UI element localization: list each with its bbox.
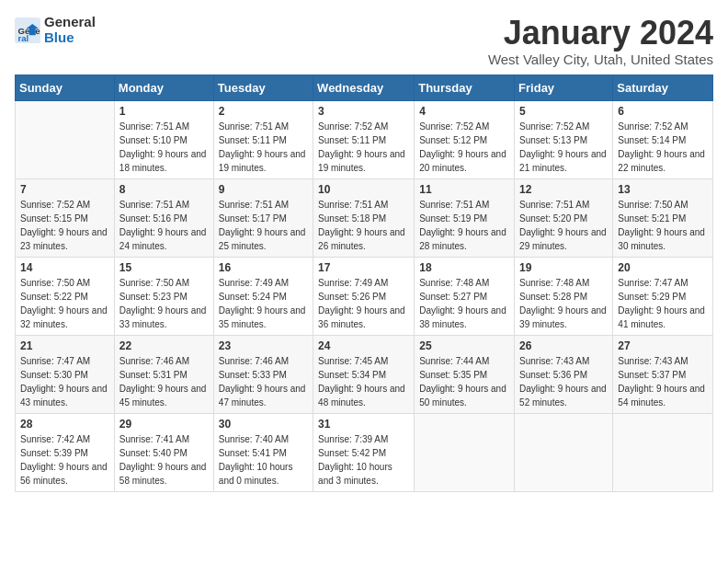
day-cell [16, 100, 115, 178]
day-info: Sunrise: 7:52 AMSunset: 5:15 PMDaylight:… [20, 198, 109, 253]
day-info: Sunrise: 7:47 AMSunset: 5:30 PMDaylight:… [20, 354, 109, 409]
logo-general: General [44, 14, 96, 29]
day-info: Sunrise: 7:49 AMSunset: 5:24 PMDaylight:… [219, 276, 308, 331]
day-number: 23 [219, 339, 308, 352]
day-number: 16 [219, 261, 308, 274]
day-cell: 15Sunrise: 7:50 AMSunset: 5:23 PMDayligh… [114, 257, 213, 335]
day-cell: 13Sunrise: 7:50 AMSunset: 5:21 PMDayligh… [613, 178, 713, 257]
svg-text:ral: ral [18, 33, 29, 43]
day-info: Sunrise: 7:52 AMSunset: 5:11 PMDaylight:… [318, 120, 409, 175]
day-cell: 5Sunrise: 7:52 AMSunset: 5:13 PMDaylight… [515, 100, 613, 178]
day-cell: 26Sunrise: 7:43 AMSunset: 5:36 PMDayligh… [515, 335, 613, 413]
day-cell [515, 413, 613, 491]
day-number: 9 [219, 183, 308, 196]
header-sunday: Sunday [16, 75, 115, 100]
header-friday: Friday [515, 75, 613, 100]
day-cell [613, 413, 713, 491]
day-info: Sunrise: 7:51 AMSunset: 5:11 PMDaylight:… [219, 120, 308, 175]
day-info: Sunrise: 7:50 AMSunset: 5:23 PMDaylight:… [119, 276, 209, 331]
day-number: 2 [219, 105, 308, 118]
day-info: Sunrise: 7:51 AMSunset: 5:16 PMDaylight:… [119, 198, 209, 253]
day-cell: 2Sunrise: 7:51 AMSunset: 5:11 PMDaylight… [213, 100, 313, 178]
day-info: Sunrise: 7:51 AMSunset: 5:20 PMDaylight:… [519, 198, 608, 253]
day-number: 24 [318, 339, 409, 352]
day-cell: 14Sunrise: 7:50 AMSunset: 5:22 PMDayligh… [16, 257, 115, 335]
day-cell: 29Sunrise: 7:41 AMSunset: 5:40 PMDayligh… [114, 413, 213, 491]
day-number: 29 [119, 418, 209, 431]
day-info: Sunrise: 7:50 AMSunset: 5:21 PMDaylight:… [618, 198, 708, 253]
day-number: 20 [618, 261, 708, 274]
day-cell: 30Sunrise: 7:40 AMSunset: 5:41 PMDayligh… [213, 413, 313, 491]
day-number: 6 [618, 105, 708, 118]
day-info: Sunrise: 7:51 AMSunset: 5:19 PMDaylight:… [419, 198, 509, 253]
day-cell: 10Sunrise: 7:51 AMSunset: 5:18 PMDayligh… [313, 178, 415, 257]
day-number: 13 [618, 183, 708, 196]
day-cell: 3Sunrise: 7:52 AMSunset: 5:11 PMDaylight… [313, 100, 415, 178]
day-info: Sunrise: 7:52 AMSunset: 5:13 PMDaylight:… [519, 120, 608, 175]
week-row-2: 7Sunrise: 7:52 AMSunset: 5:15 PMDaylight… [16, 178, 713, 257]
day-info: Sunrise: 7:49 AMSunset: 5:26 PMDaylight:… [318, 276, 409, 331]
day-info: Sunrise: 7:45 AMSunset: 5:34 PMDaylight:… [318, 354, 409, 409]
day-info: Sunrise: 7:52 AMSunset: 5:14 PMDaylight:… [618, 120, 708, 175]
header-saturday: Saturday [613, 75, 713, 100]
day-cell: 24Sunrise: 7:45 AMSunset: 5:34 PMDayligh… [313, 335, 415, 413]
day-number: 11 [419, 183, 509, 196]
week-row-5: 28Sunrise: 7:42 AMSunset: 5:39 PMDayligh… [16, 413, 713, 491]
logo: Gene ral General Blue [15, 15, 96, 45]
day-cell: 20Sunrise: 7:47 AMSunset: 5:29 PMDayligh… [613, 257, 713, 335]
logo-blue: Blue [44, 29, 74, 45]
day-number: 10 [318, 183, 409, 196]
title-block: January 2024 West Valley City, Utah, Uni… [488, 15, 713, 67]
day-number: 18 [419, 261, 509, 274]
day-number: 31 [318, 418, 409, 431]
calendar-table: SundayMondayTuesdayWednesdayThursdayFrid… [15, 75, 713, 492]
day-info: Sunrise: 7:46 AMSunset: 5:33 PMDaylight:… [219, 354, 308, 409]
day-info: Sunrise: 7:40 AMSunset: 5:41 PMDaylight:… [219, 432, 308, 488]
day-cell: 31Sunrise: 7:39 AMSunset: 5:42 PMDayligh… [313, 413, 415, 491]
day-number: 7 [20, 183, 109, 196]
day-info: Sunrise: 7:43 AMSunset: 5:36 PMDaylight:… [519, 354, 608, 409]
day-number: 27 [618, 339, 708, 352]
day-cell: 8Sunrise: 7:51 AMSunset: 5:16 PMDaylight… [114, 178, 213, 257]
week-row-1: 1Sunrise: 7:51 AMSunset: 5:10 PMDaylight… [16, 100, 713, 178]
day-number: 21 [20, 339, 109, 352]
day-cell: 11Sunrise: 7:51 AMSunset: 5:19 PMDayligh… [415, 178, 515, 257]
calendar-subtitle: West Valley City, Utah, United States [488, 52, 713, 67]
day-cell: 22Sunrise: 7:46 AMSunset: 5:31 PMDayligh… [114, 335, 213, 413]
page-header: Gene ral General Blue January 2024 West … [15, 15, 713, 67]
day-cell: 9Sunrise: 7:51 AMSunset: 5:17 PMDaylight… [213, 178, 313, 257]
calendar-title: January 2024 [488, 15, 713, 52]
day-cell: 1Sunrise: 7:51 AMSunset: 5:10 PMDaylight… [114, 100, 213, 178]
day-info: Sunrise: 7:39 AMSunset: 5:42 PMDaylight:… [318, 432, 409, 488]
day-info: Sunrise: 7:42 AMSunset: 5:39 PMDaylight:… [20, 432, 109, 488]
day-number: 5 [519, 105, 608, 118]
day-cell: 27Sunrise: 7:43 AMSunset: 5:37 PMDayligh… [613, 335, 713, 413]
day-info: Sunrise: 7:51 AMSunset: 5:10 PMDaylight:… [119, 120, 209, 175]
day-number: 12 [519, 183, 608, 196]
week-row-4: 21Sunrise: 7:47 AMSunset: 5:30 PMDayligh… [16, 335, 713, 413]
day-cell: 19Sunrise: 7:48 AMSunset: 5:28 PMDayligh… [515, 257, 613, 335]
day-cell: 18Sunrise: 7:48 AMSunset: 5:27 PMDayligh… [415, 257, 515, 335]
header-wednesday: Wednesday [313, 75, 415, 100]
day-number: 19 [519, 261, 608, 274]
day-info: Sunrise: 7:47 AMSunset: 5:29 PMDaylight:… [618, 276, 708, 331]
day-info: Sunrise: 7:41 AMSunset: 5:40 PMDaylight:… [119, 432, 209, 488]
day-info: Sunrise: 7:44 AMSunset: 5:35 PMDaylight:… [419, 354, 509, 409]
day-number: 26 [519, 339, 608, 352]
day-cell: 21Sunrise: 7:47 AMSunset: 5:30 PMDayligh… [16, 335, 115, 413]
day-info: Sunrise: 7:48 AMSunset: 5:28 PMDaylight:… [519, 276, 608, 331]
day-number: 30 [219, 418, 308, 431]
day-cell: 25Sunrise: 7:44 AMSunset: 5:35 PMDayligh… [415, 335, 515, 413]
day-info: Sunrise: 7:51 AMSunset: 5:17 PMDaylight:… [219, 198, 308, 253]
day-cell: 4Sunrise: 7:52 AMSunset: 5:12 PMDaylight… [415, 100, 515, 178]
day-number: 3 [318, 105, 409, 118]
day-number: 14 [20, 261, 109, 274]
day-info: Sunrise: 7:43 AMSunset: 5:37 PMDaylight:… [618, 354, 708, 409]
header-thursday: Thursday [415, 75, 515, 100]
day-info: Sunrise: 7:48 AMSunset: 5:27 PMDaylight:… [419, 276, 509, 331]
day-info: Sunrise: 7:46 AMSunset: 5:31 PMDaylight:… [119, 354, 209, 409]
header-row: SundayMondayTuesdayWednesdayThursdayFrid… [16, 75, 713, 100]
day-cell: 23Sunrise: 7:46 AMSunset: 5:33 PMDayligh… [213, 335, 313, 413]
day-cell [415, 413, 515, 491]
day-info: Sunrise: 7:52 AMSunset: 5:12 PMDaylight:… [419, 120, 509, 175]
